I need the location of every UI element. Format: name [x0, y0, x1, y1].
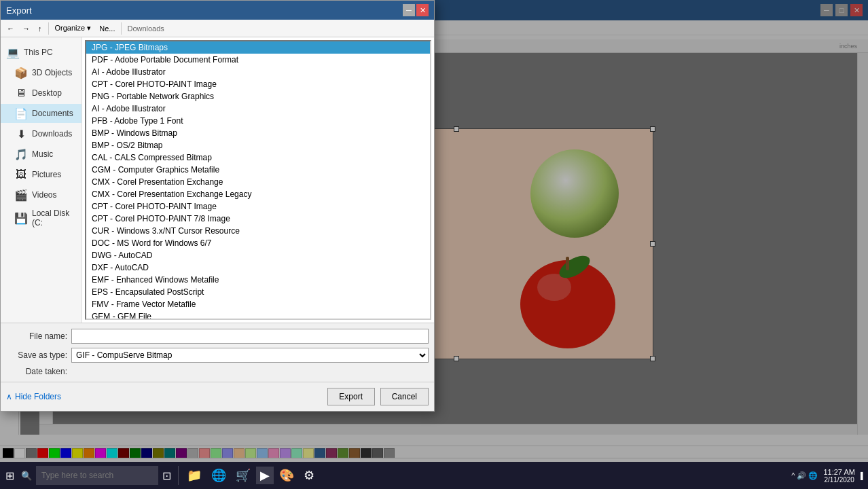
format-item-cmx[interactable]: CMX - Corel Presentation Exchange [86, 176, 430, 188]
format-item-dxf[interactable]: DXF - AutoCAD [86, 261, 430, 274]
nav-music[interactable]: 🎵 Music [1, 145, 82, 164]
format-item-cpt3[interactable]: CPT - Corel PHOTO-PAINT 7/8 Image [86, 213, 430, 225]
nav-videos[interactable]: 🎬 Videos [1, 185, 82, 204]
format-item-doc[interactable]: DOC - MS Word for Windows 6/7 [86, 237, 430, 249]
system-tray-icons[interactable]: ^ 🔊 🌐 [791, 471, 818, 480]
format-item-fmv[interactable]: FMV - Frame Vector Metafile [86, 298, 430, 310]
nav-local-disk[interactable]: 💾 Local Disk (C: [1, 206, 82, 230]
taskbar-explorer-button[interactable]: 📁 [183, 467, 206, 484]
format-item-gem[interactable]: GEM - GEM File [86, 310, 430, 320]
forward-button[interactable]: → [19, 21, 33, 36]
nav-3d-objects[interactable]: 📦 3D Objects [1, 63, 82, 82]
search-button[interactable]: 🔍 [18, 469, 35, 482]
format-item-jpg-top[interactable]: JPG - JPEG Bitmaps [86, 41, 430, 54]
taskbar-search-input[interactable] [36, 466, 158, 485]
back-button[interactable]: ← [3, 21, 18, 36]
saveas-row: Save as type: GIF - CompuServe Bitmap JP… [6, 348, 429, 363]
datetaken-label: Date taken: [6, 367, 67, 376]
nav-desktop[interactable]: 🖥 Desktop [1, 84, 82, 103]
dialog-toolbar: ← → ↑ Organize ▾ Ne... Downloads [1, 20, 434, 37]
format-item-pfb[interactable]: PFB - Adobe Type 1 Font [86, 115, 430, 127]
new-folder-button[interactable]: Ne... [96, 21, 118, 36]
dialog-title: Export [6, 5, 403, 16]
format-item-eps[interactable]: EPS - Encapsulated PostScript [86, 286, 430, 298]
clock-date: 2/11/2020 [824, 476, 854, 484]
music-label: Music [32, 149, 53, 159]
desktop-label: Desktop [32, 88, 62, 98]
format-item-cpt2[interactable]: CPT - Corel PHOTO-PAINT Image [86, 200, 430, 213]
taskbar-browser-button[interactable]: 🌐 [207, 467, 230, 484]
saveas-label: Save as type: [6, 350, 67, 360]
format-item-cal[interactable]: CAL - CALS Compressed Bitmap [86, 151, 430, 164]
videos-label: Videos [32, 190, 56, 200]
downloads-label: Downloads [32, 129, 72, 139]
hide-folders-chevron-icon: ∧ [6, 392, 12, 401]
up-button[interactable]: ↑ [35, 21, 46, 36]
nav-panel: 💻 This PC 📦 3D Objects 🖥 Desktop 📄 Docum… [1, 37, 82, 323]
dialog-overlay: Export ─ ✕ ← → ↑ Organize ▾ Ne... Downlo… [0, 0, 868, 489]
format-item-bmp-os2[interactable]: BMP - OS/2 Bitmap [86, 139, 430, 151]
system-clock[interactable]: 11:27 AM 2/11/2020 [823, 468, 854, 484]
taskbar-store-button[interactable]: 🛒 [232, 467, 255, 484]
this-pc-label: This PC [24, 48, 53, 57]
nav-documents[interactable]: 📄 Documents [1, 104, 82, 123]
format-item-pdf[interactable]: PDF - Adobe Portable Document Format [86, 54, 430, 66]
hide-folders-label: Hide Folders [15, 392, 61, 401]
taskbar-separator [178, 466, 179, 485]
datetaken-row: Date taken: [6, 367, 429, 376]
format-item-png[interactable]: PNG - Portable Network Graphics [86, 90, 430, 103]
format-item-bmp-win[interactable]: BMP - Windows Bitmap [86, 127, 430, 139]
format-item-emf[interactable]: EMF - Enhanced Windows Metafile [86, 274, 430, 286]
format-item-ai2[interactable]: AI - Adobe Illustrator [86, 103, 430, 115]
format-item-dwg[interactable]: DWG - AutoCAD [86, 249, 430, 261]
dialog-minimize-button[interactable]: ─ [403, 4, 415, 16]
desktop-icon: 🖥 [14, 86, 28, 100]
show-desktop-button[interactable]: ▌ [861, 472, 865, 479]
taskbar: ⊞ 🔍 ⊡ 📁 🌐 🛒 ▶ 🎨 ⚙ ^ 🔊 🌐 11:27 AM 2/11/20… [0, 462, 868, 489]
taskbar-app1-button[interactable]: ▶ [256, 467, 274, 484]
dialog-close-button[interactable]: ✕ [416, 4, 429, 16]
taskview-button[interactable]: ⊡ [160, 468, 174, 484]
videos-icon: 🎬 [14, 188, 28, 202]
3d-objects-icon: 📦 [14, 66, 28, 79]
dialog-form: File name: Save as type: GIF - CompuServ… [1, 323, 434, 382]
nav-pictures[interactable]: 🖼 Pictures [1, 165, 82, 184]
filename-row: File name: [6, 329, 429, 344]
format-item-cgm[interactable]: CGM - Computer Graphics Metafile [86, 164, 430, 176]
filename-input[interactable] [71, 329, 429, 344]
format-list-container[interactable]: JPG - JPEG BitmapsPDF - Adobe Portable D… [85, 40, 431, 320]
nav-downloads[interactable]: ⬇ Downloads [1, 124, 82, 143]
taskbar-app2-button[interactable]: 🎨 [275, 467, 298, 484]
dialog-body: 💻 This PC 📦 3D Objects 🖥 Desktop 📄 Docum… [1, 37, 434, 323]
format-item-ai[interactable]: AI - Adobe Illustrator [86, 66, 430, 78]
filename-label: File name: [6, 331, 67, 341]
dialog-actions: Export Cancel [327, 388, 429, 405]
format-item-cur[interactable]: CUR - Windows 3.x/NT Cursor Resource [86, 225, 430, 237]
cancel-button[interactable]: Cancel [380, 388, 429, 405]
nav-this-pc[interactable]: 💻 This PC [1, 43, 82, 62]
saveas-select[interactable]: GIF - CompuServe Bitmap JPG - JPEG Bitma… [71, 348, 429, 363]
taskbar-app3-button[interactable]: ⚙ [300, 467, 319, 484]
local-disk-icon: 💾 [14, 211, 28, 225]
dialog-footer: ∧ Hide Folders Export Cancel [1, 382, 434, 411]
3d-objects-label: 3D Objects [32, 68, 72, 77]
format-item-cpt[interactable]: CPT - Corel PHOTO-PAINT Image [86, 78, 430, 90]
export-button[interactable]: Export [327, 388, 375, 405]
pictures-icon: 🖼 [14, 168, 28, 181]
format-items-container: JPG - JPEG BitmapsPDF - Adobe Portable D… [86, 41, 430, 320]
export-dialog: Export ─ ✕ ← → ↑ Organize ▾ Ne... Downlo… [0, 0, 435, 412]
format-item-cmx-leg[interactable]: CMX - Corel Presentation Exchange Legacy [86, 188, 430, 200]
downloads-icon: ⬇ [14, 127, 28, 141]
format-list-area: JPG - JPEG BitmapsPDF - Adobe Portable D… [82, 37, 434, 323]
local-disk-label: Local Disk (C: [32, 209, 76, 228]
documents-label: Documents [32, 109, 73, 118]
pictures-label: Pictures [32, 170, 61, 179]
music-icon: 🎵 [14, 147, 28, 161]
hide-folders-button[interactable]: ∧ Hide Folders [6, 392, 61, 401]
address-bar: Downloads [124, 24, 431, 33]
clock-time: 11:27 AM [823, 468, 854, 476]
documents-icon: 📄 [14, 107, 28, 120]
start-button[interactable]: ⊞ [3, 468, 17, 484]
organize-button[interactable]: Organize ▾ [52, 21, 95, 36]
this-pc-icon: 💻 [6, 46, 20, 59]
